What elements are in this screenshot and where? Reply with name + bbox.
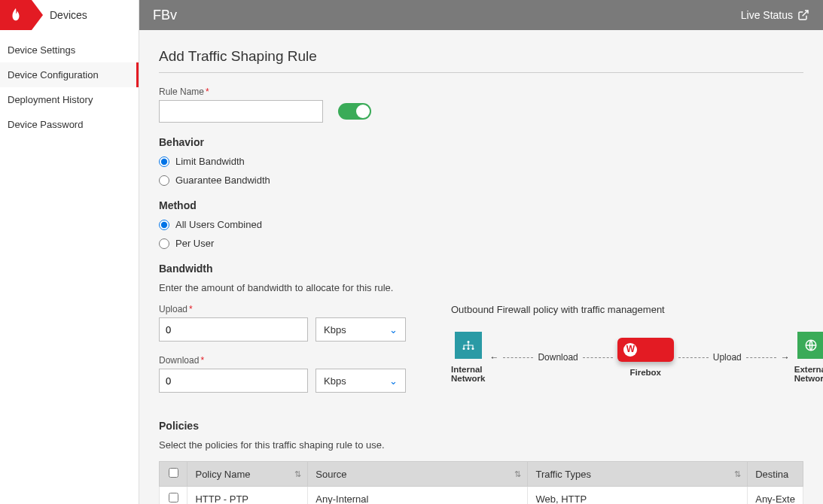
traffic-diagram: Outbound Firewall policy with traffic ma… xyxy=(451,304,823,383)
sidebar-header[interactable]: Devices xyxy=(0,0,139,30)
topbar: FBv Live Status xyxy=(139,0,823,30)
diagram-title: Outbound Firewall policy with traffic ma… xyxy=(451,304,823,315)
internal-network-icon xyxy=(455,332,482,359)
col-policy-name[interactable]: Policy Name⇅ xyxy=(187,462,308,487)
svg-point-4 xyxy=(471,348,474,350)
behavior-heading: Behavior xyxy=(159,136,803,148)
select-all-checkbox[interactable] xyxy=(169,468,178,478)
enabled-toggle[interactable] xyxy=(338,103,371,120)
col-source[interactable]: Source⇅ xyxy=(308,462,528,487)
firebox-icon xyxy=(617,338,674,362)
device-title: FBv xyxy=(153,8,741,23)
flame-icon xyxy=(0,0,32,30)
col-destination[interactable]: Destina xyxy=(748,462,803,487)
policies-heading: Policies xyxy=(159,420,803,432)
chevron-down-icon: ⌄ xyxy=(389,375,398,387)
col-traffic-types[interactable]: Traffic Types⇅ xyxy=(528,462,748,487)
live-status-button[interactable]: Live Status xyxy=(741,9,809,21)
upload-label: Upload* xyxy=(159,304,406,314)
sidebar: Devices Device Settings Device Configura… xyxy=(0,0,139,504)
upload-unit-select[interactable]: Kbps ⌄ xyxy=(315,317,406,342)
external-network-icon xyxy=(797,332,823,359)
rule-name-label: Rule Name* xyxy=(159,87,803,97)
chevron-down-icon: ⌄ xyxy=(389,324,398,335)
sort-icon: ⇅ xyxy=(294,469,301,479)
table-row[interactable]: HTTP - PTP Any-Internal Web, HTTP Any-Ex… xyxy=(160,487,803,505)
svg-line-0 xyxy=(803,11,808,16)
method-combined-radio[interactable]: All Users Combined xyxy=(159,219,803,230)
policies-table: Policy Name⇅ Source⇅ Traffic Types⇅ Dest… xyxy=(159,461,803,504)
svg-point-2 xyxy=(462,348,465,350)
live-status-label: Live Status xyxy=(741,9,793,21)
page-title: Add Traffic Shaping Rule xyxy=(159,48,803,73)
svg-point-1 xyxy=(467,341,469,343)
col-select-all[interactable] xyxy=(160,462,187,487)
policies-help: Select the policies for this traffic sha… xyxy=(159,439,803,451)
rule-name-input[interactable] xyxy=(159,100,323,123)
svg-point-3 xyxy=(467,348,469,350)
bandwidth-heading: Bandwidth xyxy=(159,263,803,275)
behavior-guarantee-radio[interactable]: Guarantee Bandwidth xyxy=(159,175,803,186)
sort-icon: ⇅ xyxy=(734,469,741,479)
sidebar-item-deployment-history[interactable]: Deployment History xyxy=(0,87,139,112)
bandwidth-help: Enter the amount of bandwidth to allocat… xyxy=(159,282,803,293)
upload-input[interactable] xyxy=(159,317,308,342)
download-unit-select[interactable]: Kbps ⌄ xyxy=(315,369,406,393)
sidebar-item-device-password[interactable]: Device Password xyxy=(0,112,139,137)
method-heading: Method xyxy=(159,199,803,211)
external-link-icon xyxy=(797,9,809,21)
method-per-user-radio[interactable]: Per User xyxy=(159,238,803,249)
sidebar-item-device-settings[interactable]: Device Settings xyxy=(0,38,139,62)
row-checkbox[interactable] xyxy=(169,493,178,502)
download-input[interactable] xyxy=(159,369,308,393)
sort-icon: ⇅ xyxy=(514,469,521,479)
behavior-limit-radio[interactable]: Limit Bandwidth xyxy=(159,156,803,167)
download-label: Download* xyxy=(159,355,406,366)
sidebar-item-device-configuration[interactable]: Device Configuration xyxy=(0,62,139,87)
